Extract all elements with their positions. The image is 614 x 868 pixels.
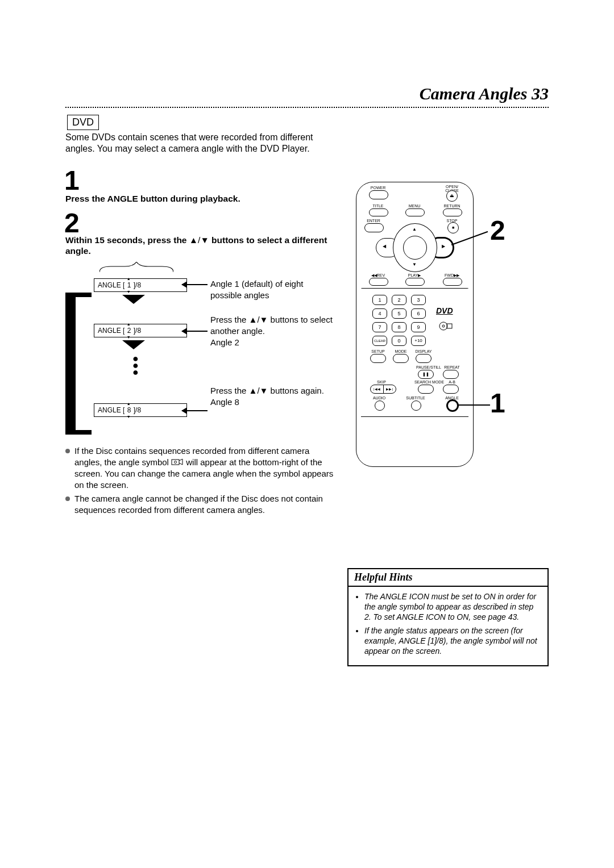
key-7[interactable]: 7 (372, 322, 387, 332)
disc-type-badge: DVD (67, 115, 99, 130)
page-title: Camera Angles 33 (420, 84, 549, 103)
desc3a: Press the (210, 386, 249, 395)
mode-button[interactable] (393, 354, 409, 363)
key-8[interactable]: 8 (392, 322, 406, 332)
power-label: POWER (367, 186, 389, 190)
search-button[interactable] (418, 385, 434, 394)
return-button[interactable] (443, 208, 462, 216)
menu-button[interactable] (405, 208, 425, 216)
osd-angle-8: ANGLE [ 8 ]/8 (94, 403, 187, 417)
note-2: The camera angle cannot be changed if th… (65, 493, 335, 516)
key-1[interactable]: 1 (372, 295, 387, 305)
nav-left-icon: ◀ (383, 244, 386, 249)
desc3c: Angle 8 (210, 397, 239, 407)
osd-angle-2: ANGLE [ 2 ]/8 (94, 324, 187, 337)
desc-angle-2: Press the ▲/▼ buttons to select another … (210, 314, 335, 348)
power-button[interactable] (369, 190, 388, 199)
desc2c: Angle 2 (210, 337, 239, 347)
ab-button[interactable] (443, 385, 459, 394)
display-label: DISPLAY (412, 349, 435, 353)
page-title-text: Camera Angles (420, 84, 528, 103)
setup-button[interactable] (370, 354, 386, 363)
bullet-icon (65, 496, 70, 501)
subtitle-button[interactable] (411, 400, 421, 411)
play-label: PLAY▶ (403, 273, 426, 278)
down-arrow-icon (122, 295, 145, 304)
divider-dots (65, 107, 549, 108)
remote-body: POWER OPEN/ CLOSE ⏏ TITLE MENU RETURN EN… (356, 182, 474, 467)
mode-label: MODE (389, 349, 412, 353)
down-arrow-icon (122, 340, 145, 349)
flow-bar (65, 293, 76, 435)
key-5[interactable]: 5 (392, 308, 406, 319)
audio-button[interactable] (375, 400, 385, 411)
separator (361, 416, 468, 417)
fwd-button[interactable] (443, 278, 462, 286)
return-label: RETURN (441, 204, 463, 208)
play-button[interactable] (405, 278, 425, 286)
repeat-label: REPEAT (441, 365, 463, 369)
desc2a: Press the (210, 315, 249, 324)
angle-button[interactable] (447, 400, 458, 411)
callout-line-1 (457, 404, 490, 406)
hints-body: The ANGLE ICON must be set to ON in orde… (349, 587, 547, 665)
angle-label: ANGLE (441, 396, 463, 400)
rev-button[interactable] (369, 278, 388, 286)
remote-diagram: POWER OPEN/ CLOSE ⏏ TITLE MENU RETURN EN… (356, 182, 484, 477)
repeat-button[interactable] (443, 370, 459, 379)
display-button[interactable] (416, 354, 432, 363)
leader-arrow-icon (182, 410, 208, 411)
callout-2: 2 (490, 215, 505, 246)
up-down-icon: ▲/▼ (189, 235, 209, 245)
notes-list: If the Disc contains sequences recorded … (65, 445, 335, 518)
hints-title: Helpful Hints (349, 569, 547, 587)
angle-diagram: ANGLE [ 1 ]/8 ANGLE [ 2 ]/8 ●●● ANGLE [ … (65, 258, 335, 435)
enter-label: ENTER (362, 219, 385, 223)
key-0[interactable]: 0 (392, 336, 406, 346)
key-9[interactable]: 9 (411, 322, 426, 332)
audio-label: AUDIO (368, 396, 391, 400)
nav-up-icon: ▲ (412, 227, 417, 232)
intro-text: Some DVDs contain scenes that were recor… (65, 132, 338, 155)
step-2-number: 2 (64, 207, 80, 239)
pause-label: PAUSE/STILL (414, 365, 443, 369)
setup-label: SETUP (367, 349, 389, 353)
key-clear[interactable]: CLEAR (372, 336, 387, 346)
fwd-label: FWD▶▶ (441, 273, 463, 278)
step-1-number: 1 (64, 165, 80, 196)
dvd-logo-icon: DVD (436, 306, 453, 315)
key-2[interactable]: 2 (392, 295, 406, 305)
pause-button[interactable]: ❚❚ (418, 370, 434, 379)
helpful-hints-box: Helpful Hints The ANGLE ICON must be set… (347, 568, 549, 666)
desc-angle-8: Press the ▲/▼ buttons again. Angle 8 (210, 385, 335, 408)
subtitle-label: SUBTITLE (404, 396, 427, 400)
nav-right-icon: ▶ (442, 244, 445, 249)
key-6[interactable]: 6 (411, 308, 426, 319)
key-4[interactable]: 4 (372, 308, 387, 319)
step-2-text: Within 15 seconds, press the ▲/▼ buttons… (65, 235, 333, 256)
note2: The camera angle cannot be changed if th… (74, 493, 335, 516)
svg-point-3 (442, 325, 445, 327)
desc3b: buttons again. (268, 386, 323, 395)
note-1: If the Disc contains sequences recorded … (65, 445, 335, 491)
title-button[interactable] (369, 208, 388, 216)
svg-point-2 (439, 322, 447, 330)
leader-arrow-icon (182, 284, 208, 285)
flow-bar-arm-top (76, 293, 92, 297)
skip-buttons[interactable]: |◀◀ ▶▶| (370, 385, 396, 394)
angle-symbol-icon (171, 457, 184, 465)
ellipsis-icon: ●●● (132, 355, 139, 375)
key-plus10[interactable]: +10 (411, 336, 426, 346)
nav-center[interactable] (403, 236, 427, 260)
open-close-button[interactable]: ⏏ (446, 190, 458, 202)
step-1-text: Press the ANGLE button during playback. (65, 193, 333, 204)
bracket-icon (99, 262, 173, 272)
bullet-icon (65, 449, 70, 453)
svg-point-1 (175, 461, 177, 464)
nav-pad: ▲ ▼ ◀ ▶ (377, 227, 452, 268)
hint-1: The ANGLE ICON must be set to ON in orde… (364, 591, 541, 622)
skip-label: SKIP (370, 380, 393, 384)
menu-label: MENU (403, 204, 426, 208)
key-3[interactable]: 3 (411, 295, 426, 305)
up-down-icon: ▲/▼ (249, 315, 268, 324)
